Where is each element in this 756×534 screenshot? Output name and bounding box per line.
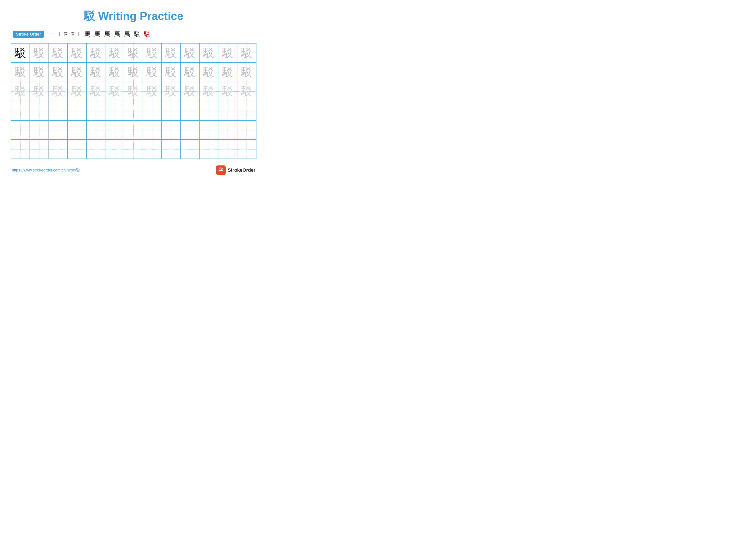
stroke-step-11: 駁 <box>134 30 140 38</box>
grid-cell-5-5[interactable] <box>87 121 105 140</box>
grid-cell-3-9[interactable]: 駁 <box>162 82 180 101</box>
grid-cell-5-8[interactable] <box>143 121 162 140</box>
grid-cell-5-2[interactable] <box>30 121 49 140</box>
grid-cell-1-3[interactable]: 駁 <box>49 43 68 62</box>
grid-cell-1-2[interactable]: 駁 <box>30 43 49 62</box>
grid-cell-3-7[interactable]: 駁 <box>124 82 143 101</box>
grid-cell-2-7[interactable]: 駁 <box>124 63 143 81</box>
char-dark: 駁 <box>15 47 26 59</box>
grid-cell-6-7[interactable] <box>124 140 143 159</box>
grid-cell-5-12[interactable] <box>218 121 237 140</box>
grid-cell-5-13[interactable] <box>237 121 256 140</box>
grid-cell-4-10[interactable] <box>180 101 199 120</box>
grid-cell-4-12[interactable] <box>218 101 237 120</box>
grid-cell-2-1[interactable]: 駁 <box>11 63 30 81</box>
grid-cell-2-8[interactable]: 駁 <box>143 63 162 81</box>
grid-row-4 <box>11 101 256 120</box>
grid-cell-2-3[interactable]: 駁 <box>49 63 68 81</box>
grid-cell-6-3[interactable] <box>49 140 68 159</box>
grid-cell-6-2[interactable] <box>30 140 49 159</box>
footer: https://www.strokeorder.com/chinese/駁 字 … <box>11 165 256 175</box>
grid-cell-4-1[interactable] <box>11 101 30 120</box>
page-title: 駁 Writing Practice <box>11 9 256 24</box>
grid-cell-3-12[interactable]: 駁 <box>218 82 237 101</box>
grid-cell-5-11[interactable] <box>200 121 218 140</box>
grid-cell-1-5[interactable]: 駁 <box>87 43 105 62</box>
grid-cell-1-10[interactable]: 駁 <box>180 43 199 62</box>
grid-cell-2-11[interactable]: 駁 <box>200 63 218 81</box>
grid-cell-1-12[interactable]: 駁 <box>218 43 237 62</box>
grid-cell-5-10[interactable] <box>180 121 199 140</box>
practice-grid: 駁 駁 駁 駁 駁 駁 駁 駁 駁 駁 駁 駁 駁 駁 駁 駁 駁 駁 駁 駁 … <box>11 43 256 159</box>
grid-cell-4-2[interactable] <box>30 101 49 120</box>
grid-cell-6-9[interactable] <box>162 140 180 159</box>
stroke-step-12: 駁 <box>144 30 150 38</box>
grid-cell-5-3[interactable] <box>49 121 68 140</box>
grid-cell-5-1[interactable] <box>11 121 30 140</box>
grid-cell-1-9[interactable]: 駁 <box>162 43 180 62</box>
grid-cell-1-1[interactable]: 駁 <box>11 43 30 62</box>
grid-cell-4-6[interactable] <box>105 101 124 120</box>
grid-cell-4-8[interactable] <box>143 101 162 120</box>
grid-cell-6-13[interactable] <box>237 140 256 159</box>
grid-cell-2-4[interactable]: 駁 <box>68 63 86 81</box>
grid-cell-1-8[interactable]: 駁 <box>143 43 162 62</box>
grid-cell-4-7[interactable] <box>124 101 143 120</box>
grid-cell-4-4[interactable] <box>68 101 86 120</box>
grid-cell-5-9[interactable] <box>162 121 180 140</box>
grid-cell-3-11[interactable]: 駁 <box>200 82 218 101</box>
footer-brand: 字 StrokeOrder <box>216 165 256 175</box>
grid-cell-1-13[interactable]: 駁 <box>237 43 256 62</box>
grid-cell-2-12[interactable]: 駁 <box>218 63 237 81</box>
grid-row-1: 駁 駁 駁 駁 駁 駁 駁 駁 駁 駁 駁 駁 駁 <box>11 43 256 63</box>
grid-cell-3-1[interactable]: 駁 <box>11 82 30 101</box>
grid-cell-2-10[interactable]: 駁 <box>180 63 199 81</box>
grid-cell-3-8[interactable]: 駁 <box>143 82 162 101</box>
grid-cell-6-5[interactable] <box>87 140 105 159</box>
stroke-step-5: 𠃊 <box>78 31 81 38</box>
grid-cell-6-8[interactable] <box>143 140 162 159</box>
grid-cell-2-6[interactable]: 駁 <box>105 63 124 81</box>
stroke-order-badge: Stroke Order <box>13 31 44 38</box>
grid-cell-6-1[interactable] <box>11 140 30 159</box>
grid-cell-6-6[interactable] <box>105 140 124 159</box>
stroke-step-4: F <box>71 31 74 38</box>
grid-cell-3-10[interactable]: 駁 <box>180 82 199 101</box>
grid-cell-3-3[interactable]: 駁 <box>49 82 68 101</box>
grid-row-6 <box>11 140 256 159</box>
grid-cell-6-4[interactable] <box>68 140 86 159</box>
grid-row-3: 駁 駁 駁 駁 駁 駁 駁 駁 駁 駁 駁 駁 駁 <box>11 82 256 101</box>
grid-cell-3-4[interactable]: 駁 <box>68 82 86 101</box>
grid-cell-3-5[interactable]: 駁 <box>87 82 105 101</box>
brand-icon: 字 <box>216 165 226 175</box>
grid-cell-1-7[interactable]: 駁 <box>124 43 143 62</box>
grid-cell-4-3[interactable] <box>49 101 68 120</box>
stroke-step-9: 馬 <box>114 30 120 38</box>
grid-row-5 <box>11 121 256 140</box>
stroke-step-2: 𠃌 <box>58 31 60 38</box>
grid-cell-6-12[interactable] <box>218 140 237 159</box>
grid-cell-3-2[interactable]: 駁 <box>30 82 49 101</box>
grid-cell-3-6[interactable]: 駁 <box>105 82 124 101</box>
grid-cell-4-5[interactable] <box>87 101 105 120</box>
grid-cell-1-4[interactable]: 駁 <box>68 43 86 62</box>
grid-cell-1-6[interactable]: 駁 <box>105 43 124 62</box>
grid-cell-2-2[interactable]: 駁 <box>30 63 49 81</box>
grid-cell-6-11[interactable] <box>200 140 218 159</box>
grid-cell-2-5[interactable]: 駁 <box>87 63 105 81</box>
grid-cell-6-10[interactable] <box>180 140 199 159</box>
stroke-order-row: Stroke Order 一 𠃌 F F 𠃊 馬 馬 馬 馬 馬 駁 駁 <box>11 30 256 38</box>
grid-cell-2-13[interactable]: 駁 <box>237 63 256 81</box>
grid-cell-5-4[interactable] <box>68 121 86 140</box>
grid-cell-1-11[interactable]: 駁 <box>200 43 218 62</box>
footer-link[interactable]: https://www.strokeorder.com/chinese/駁 <box>12 167 80 173</box>
grid-cell-4-11[interactable] <box>200 101 218 120</box>
grid-cell-5-6[interactable] <box>105 121 124 140</box>
stroke-step-1: 一 <box>48 30 54 38</box>
grid-cell-3-13[interactable]: 駁 <box>237 82 256 101</box>
grid-cell-5-7[interactable] <box>124 121 143 140</box>
grid-cell-4-9[interactable] <box>162 101 180 120</box>
grid-cell-4-13[interactable] <box>237 101 256 120</box>
grid-cell-2-9[interactable]: 駁 <box>162 63 180 81</box>
stroke-step-3: F <box>64 31 67 38</box>
